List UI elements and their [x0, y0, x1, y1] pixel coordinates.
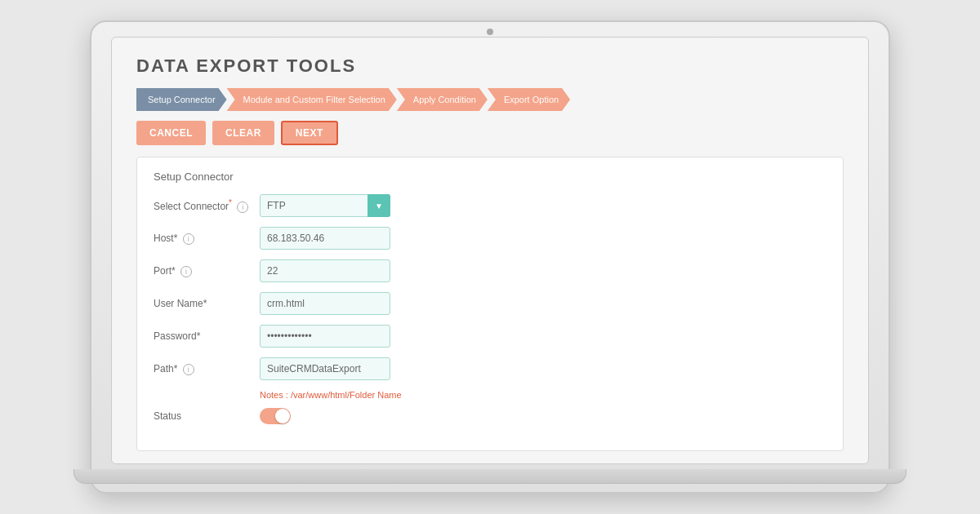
- info-icon-host[interactable]: i: [183, 233, 194, 245]
- info-icon-connector[interactable]: i: [237, 202, 248, 213]
- path-input[interactable]: [260, 357, 390, 380]
- step-label-module: Module and Custom Filter Selection: [243, 95, 385, 104]
- username-input[interactable]: [260, 292, 390, 315]
- port-input[interactable]: [260, 259, 390, 282]
- form-row-connector: Select Connector* i FTP ▼: [154, 194, 826, 217]
- form-panel: Setup Connector Select Connector* i FTP …: [136, 157, 844, 451]
- panel-title: Setup Connector: [154, 171, 826, 183]
- label-password: Password*: [154, 330, 260, 342]
- password-input[interactable]: [260, 325, 390, 348]
- steps-bar: Setup Connector Module and Custom Filter…: [136, 88, 844, 111]
- action-buttons: CANCEL CLEAR NEXT: [136, 121, 844, 145]
- form-row-password: Password*: [154, 325, 826, 348]
- host-input[interactable]: [260, 227, 390, 250]
- info-icon-path[interactable]: i: [183, 364, 194, 375]
- step-label-setup: Setup Connector: [148, 95, 216, 104]
- screen-content: DATA EXPORT TOOLS Setup Connector Module…: [112, 38, 868, 463]
- info-icon-port[interactable]: i: [180, 266, 192, 277]
- step-apply-condition[interactable]: Apply Condition: [397, 88, 488, 111]
- laptop-shell: DATA EXPORT TOOLS Setup Connector Module…: [90, 20, 890, 494]
- label-status: Status: [154, 410, 260, 422]
- laptop-base: [74, 469, 907, 484]
- toggle-container: [260, 408, 291, 424]
- status-toggle[interactable]: [260, 408, 291, 424]
- label-host: Host* i: [154, 233, 260, 245]
- label-path: Path* i: [154, 363, 260, 375]
- label-connector: Select Connector* i: [154, 198, 260, 213]
- connector-select-wrapper: FTP ▼: [260, 194, 390, 217]
- toggle-knob: [275, 409, 290, 423]
- step-setup-connector[interactable]: Setup Connector: [136, 88, 227, 111]
- step-export-option[interactable]: Export Option: [488, 88, 570, 111]
- laptop-screen: DATA EXPORT TOOLS Setup Connector Module…: [111, 37, 869, 464]
- form-row-path: Path* i: [154, 357, 826, 380]
- clear-button[interactable]: CLEAR: [212, 121, 274, 145]
- notes-text: Notes : /var/www/html/Folder Name: [260, 390, 826, 400]
- step-label-export: Export Option: [504, 95, 559, 104]
- connector-select[interactable]: FTP: [260, 194, 390, 217]
- cancel-button[interactable]: CANCEL: [136, 121, 206, 145]
- form-row-host: Host* i: [154, 227, 826, 250]
- label-username: User Name*: [154, 298, 260, 309]
- form-row-username: User Name*: [154, 292, 826, 315]
- step-module-filter[interactable]: Module and Custom Filter Selection: [227, 88, 397, 111]
- next-button[interactable]: NEXT: [281, 121, 338, 145]
- form-row-port: Port* i: [154, 259, 826, 282]
- step-label-condition: Apply Condition: [413, 95, 476, 104]
- label-port: Port* i: [154, 265, 260, 277]
- form-row-status: Status: [154, 408, 826, 424]
- page-title: DATA EXPORT TOOLS: [136, 55, 844, 77]
- laptop-camera: [487, 29, 493, 35]
